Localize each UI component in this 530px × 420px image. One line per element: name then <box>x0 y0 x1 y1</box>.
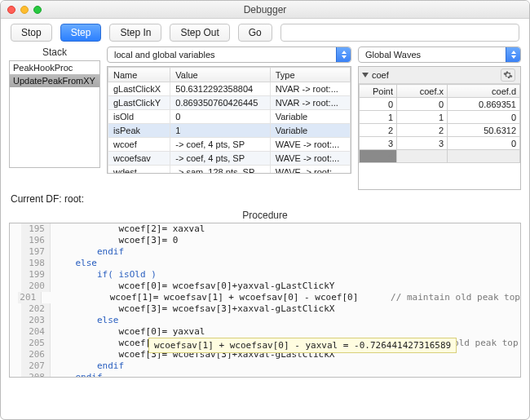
code-line[interactable]: 196 wcoef[3]= 0 <box>10 235 520 246</box>
variable-cell-name: isPeak <box>108 124 170 138</box>
variable-row[interactable]: gLastClickY0.869350760426445NVAR -> root… <box>108 96 351 110</box>
code-line[interactable]: 199 if( isOld ) <box>10 269 520 281</box>
wave-cell-d: 0 <box>448 137 520 150</box>
code-line[interactable]: 200 wcoef[0]= wcoefsav[0]+yaxval-gLastCl… <box>10 281 520 292</box>
variable-cell-type: WAVE -> root:... <box>270 166 350 175</box>
wave-cell-point: 3 <box>360 137 397 150</box>
stack-frame[interactable]: PeakHookProc <box>10 61 99 74</box>
variable-cell-type: NVAR -> root:... <box>270 82 350 96</box>
line-number: 199 <box>21 269 51 281</box>
step-in-button[interactable]: Step In <box>109 24 161 42</box>
variable-cell-value: -> sam, 128 pts, SP <box>170 166 270 175</box>
variable-row[interactable]: gLastClickX50.6312292358804NVAR -> root:… <box>108 82 351 96</box>
wave-row[interactable]: 2250.6312 <box>360 124 520 137</box>
code-line[interactable]: 198 else <box>10 258 520 269</box>
variable-cell-name: gLastClickY <box>108 96 170 110</box>
variable-row[interactable]: wcoef-> coef, 4 pts, SPWAVE -> root:... <box>108 138 351 152</box>
code-text: if( isOld ) <box>51 269 520 281</box>
command-input[interactable] <box>280 24 519 42</box>
disclosure-triangle-icon[interactable] <box>362 73 369 77</box>
code-line[interactable]: 201 wcoef[1]= wcoefsav[1] + wcoefsav[0] … <box>10 292 520 303</box>
line-number: 203 <box>21 315 51 326</box>
code-text: wcoef[0]= yaxval <box>51 326 520 338</box>
step-button[interactable]: Step <box>60 24 102 42</box>
close-icon[interactable] <box>7 6 15 14</box>
code-line[interactable]: 208 endif <box>10 372 520 378</box>
window-controls <box>7 6 42 14</box>
vars-col-type[interactable]: Type <box>270 68 350 82</box>
code-line[interactable]: 202 wcoef[3]= wcoefsav[3]+xaxval-gLastCl… <box>10 303 520 315</box>
line-number: 198 <box>21 258 51 269</box>
code-text: endif <box>51 360 520 372</box>
variable-row[interactable]: wdest-> sam, 128 pts, SPWAVE -> root:... <box>108 166 351 175</box>
waves-col-d[interactable]: coef.d <box>448 85 520 98</box>
code-line[interactable]: 207 endif <box>10 360 520 372</box>
waves-col-x[interactable]: coef.x <box>397 85 448 98</box>
waves-settings-button[interactable] <box>501 69 515 82</box>
procedure-label: Procedure <box>1 210 529 221</box>
wave-cell-d <box>448 150 520 163</box>
code-text: wcoef[3]= wcoefsav[3]+xaxval-gLastClickX <box>51 303 520 315</box>
wave-cell-x: 2 <box>397 124 448 137</box>
line-number: 206 <box>21 349 51 360</box>
line-number: 196 <box>21 235 51 246</box>
stack-frame[interactable]: UpdatePeakFromXY <box>10 74 99 87</box>
stack-label: Stack <box>9 46 100 58</box>
step-out-button[interactable]: Step Out <box>170 24 229 42</box>
eval-tooltip: wcoefsav[1] + wcoefsav[0] - yaxval = -0.… <box>148 338 457 353</box>
variables-scope-value: local and global variables <box>114 50 215 60</box>
wave-cell-d: 50.6312 <box>448 124 520 137</box>
variable-row[interactable]: wcoefsav-> coef, 4 pts, SPWAVE -> root:.… <box>108 152 351 166</box>
wave-row[interactable]: 000.869351 <box>360 98 520 111</box>
waves-scope-select[interactable]: Global Waves <box>358 46 521 63</box>
wave-cell-point: 4 <box>360 150 397 163</box>
variable-cell-value: 0.869350760426445 <box>170 96 270 110</box>
variables-table: Name Value Type gLastClickX50.6312292358… <box>108 67 351 174</box>
code-line[interactable]: 203 else <box>10 315 520 326</box>
variable-cell-type: Variable <box>270 124 350 138</box>
procedure-editor[interactable]: 195 wcoef[2]= xaxval196 wcoef[3]= 0197 e… <box>9 223 521 378</box>
variable-row[interactable]: isOld0Variable <box>108 110 351 124</box>
code-line[interactable]: 195 wcoef[2]= xaxval <box>10 223 520 235</box>
line-number: 208 <box>21 372 51 378</box>
code-line[interactable]: 204 wcoef[0]= yaxval <box>10 326 520 338</box>
line-number: 200 <box>21 281 51 292</box>
variable-cell-type: NVAR -> root:... <box>270 96 350 110</box>
stop-button[interactable]: Stop <box>11 24 52 42</box>
stack-panel: Stack PeakHookProcUpdatePeakFromXY <box>9 46 100 190</box>
vars-col-name[interactable]: Name <box>108 68 170 82</box>
waves-header: coef <box>359 67 520 84</box>
variable-row[interactable]: isPeak1Variable <box>108 124 351 138</box>
code-text: wcoef[2]= xaxval <box>51 223 520 235</box>
gear-icon <box>503 70 513 80</box>
variable-cell-value: -> coef, 4 pts, SP <box>170 152 270 166</box>
waves-table-wrap[interactable]: Point coef.x coef.d 000.8693511102250.63… <box>359 84 520 189</box>
variable-cell-name: gLastClickX <box>108 82 170 96</box>
wave-row[interactable]: 330 <box>360 137 520 150</box>
code-text: endif <box>51 246 520 258</box>
line-number: 207 <box>21 360 51 372</box>
minimize-icon[interactable] <box>20 6 29 14</box>
wave-row[interactable]: 4 <box>360 150 520 163</box>
wave-cell-x: 3 <box>397 137 448 150</box>
vars-col-value[interactable]: Value <box>170 68 270 82</box>
current-df-label: Current DF: root: <box>1 190 529 206</box>
line-number: 201 <box>18 292 42 303</box>
code-line[interactable]: 197 endif <box>10 246 520 258</box>
line-number: 202 <box>21 303 51 315</box>
titlebar: Debugger <box>1 1 529 19</box>
wave-row[interactable]: 110 <box>360 111 520 124</box>
line-number: 197 <box>21 246 51 258</box>
wave-cell-x: 0 <box>397 98 448 111</box>
go-button[interactable]: Go <box>238 24 272 42</box>
variables-scope-select[interactable]: local and global variables <box>107 46 351 63</box>
waves-col-point[interactable]: Point <box>360 85 397 98</box>
stack-list[interactable]: PeakHookProcUpdatePeakFromXY <box>9 60 100 168</box>
zoom-icon[interactable] <box>33 6 42 14</box>
variable-cell-name: isOld <box>108 110 170 124</box>
variables-table-wrap[interactable]: Name Value Type gLastClickX50.6312292358… <box>107 66 351 174</box>
code-text: wcoef[1]= wcoefsav[1] + wcoefsav[0] - wc… <box>42 292 520 303</box>
wave-cell-x <box>397 150 448 163</box>
variable-cell-value: -> coef, 4 pts, SP <box>170 138 270 152</box>
wave-cell-point: 0 <box>360 98 397 111</box>
